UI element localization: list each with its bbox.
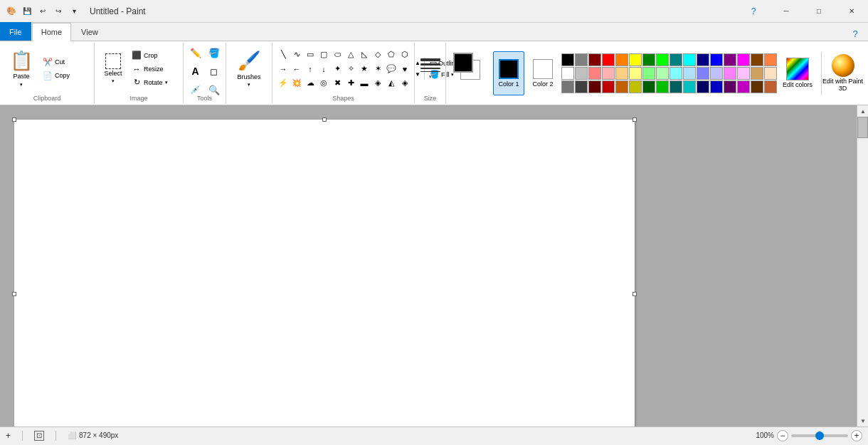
brushes-button[interactable]: 🖌️ Brushes ▾ <box>231 47 268 91</box>
select-button[interactable]: Select ▾ <box>99 47 127 91</box>
color-cell[interactable] <box>710 53 723 66</box>
scroll-up-button[interactable]: ▲ <box>857 105 868 117</box>
save-button[interactable]: 💾 <box>20 4 34 19</box>
color-cell[interactable] <box>669 80 682 93</box>
redo-button[interactable]: ↪ <box>51 4 65 19</box>
shape-hexagon[interactable]: ⬡ <box>398 48 411 61</box>
color-cell[interactable] <box>751 80 763 93</box>
new-canvas-status[interactable]: + <box>6 431 11 441</box>
color-cell[interactable] <box>561 53 574 66</box>
zoom-slider[interactable] <box>791 434 848 437</box>
zoom-out-button[interactable]: − <box>777 430 788 441</box>
color-cell[interactable] <box>724 80 736 93</box>
canvas-inner[interactable] <box>0 105 857 426</box>
color-cell[interactable] <box>588 80 601 93</box>
edit-paint3d-button[interactable]: Edit with Paint 3D <box>821 51 864 95</box>
color-cell[interactable] <box>724 53 736 66</box>
text-button[interactable]: A <box>187 63 204 80</box>
shape-rect[interactable]: ▭ <box>304 48 317 61</box>
shape-pentagon[interactable]: ⬠ <box>385 48 398 61</box>
shape-rtriangle[interactable]: ◺ <box>358 48 371 61</box>
color-cell[interactable] <box>764 53 777 66</box>
color-cell[interactable] <box>669 53 682 66</box>
shape-arrow-4[interactable]: ✦ <box>331 63 344 75</box>
shape-cross[interactable]: ✚ <box>344 77 357 90</box>
color-cell[interactable] <box>588 53 601 66</box>
undo-button[interactable]: ↩ <box>36 4 50 19</box>
color-cell[interactable] <box>737 67 750 80</box>
copy-button[interactable]: 📄 Copy <box>40 69 90 82</box>
color-cell[interactable] <box>751 53 763 66</box>
color-cell[interactable] <box>588 67 601 80</box>
shape-line[interactable]: ╲ <box>277 48 290 61</box>
color-cell[interactable] <box>602 67 615 80</box>
color-cell[interactable] <box>737 80 750 93</box>
color-cell[interactable] <box>575 80 588 93</box>
color-cell[interactable] <box>697 53 709 66</box>
ribbon-help-button[interactable]: ? <box>848 26 862 41</box>
shape-ellipse[interactable]: ⬭ <box>331 48 344 61</box>
color-cell[interactable] <box>683 80 696 93</box>
minimize-button[interactable]: ─ <box>770 0 803 23</box>
canvas-handle-tl[interactable] <box>12 117 16 122</box>
color-cell[interactable] <box>615 67 628 80</box>
tab-home[interactable]: Home <box>32 23 71 41</box>
shape-diamond[interactable]: ◇ <box>371 48 384 61</box>
color1-selector[interactable]: Color 1 <box>493 51 524 95</box>
color-cell[interactable] <box>656 53 669 66</box>
maximize-button[interactable]: □ <box>803 0 835 23</box>
shape-misc1[interactable]: ◈ <box>371 77 384 90</box>
color1-swatch[interactable] <box>453 53 473 73</box>
color-cell[interactable] <box>629 80 642 93</box>
canvas-handle-top[interactable] <box>322 117 327 122</box>
fill-button[interactable]: 🪣 <box>206 44 223 61</box>
color-cell[interactable] <box>683 67 696 80</box>
shape-x[interactable]: ✖ <box>331 77 344 90</box>
color-cell[interactable] <box>764 67 777 80</box>
scroll-down-button[interactable]: ▼ <box>857 415 868 426</box>
shape-arrow-r[interactable]: → <box>277 63 290 75</box>
cut-button[interactable]: ✂️ Cut <box>40 56 90 68</box>
shape-misc2[interactable]: ◭ <box>385 77 398 90</box>
tab-view[interactable]: View <box>72 22 107 41</box>
color-cell[interactable] <box>656 80 669 93</box>
color-cell[interactable] <box>710 67 723 80</box>
edit-colors-button[interactable]: Edit colors <box>780 51 815 95</box>
zoom-in-button[interactable]: + <box>851 430 862 441</box>
shape-misc3[interactable]: ◈ <box>398 77 411 90</box>
color-cell[interactable] <box>669 67 682 80</box>
shape-star5[interactable]: ★ <box>358 63 371 75</box>
color-cell[interactable] <box>615 80 628 93</box>
color2-selector[interactable]: Color 2 <box>527 51 559 95</box>
paste-button[interactable]: 📋 Paste ▾ <box>4 47 38 91</box>
canvas-handle-tr[interactable] <box>633 117 637 122</box>
color-cell[interactable] <box>724 67 736 80</box>
color-cell[interactable] <box>710 80 723 93</box>
canvas-handle-left[interactable] <box>12 292 16 296</box>
rotate-button[interactable]: ↻ Rotate ▾ <box>129 76 179 89</box>
color-cell[interactable] <box>656 67 669 80</box>
shape-heart[interactable]: ♥ <box>398 63 411 75</box>
color-cell[interactable] <box>575 67 588 80</box>
shape-donut[interactable]: ◎ <box>317 77 330 90</box>
color-cell[interactable] <box>642 53 655 66</box>
shape-star6[interactable]: ✶ <box>371 63 384 75</box>
scroll-thumb-vertical[interactable] <box>857 117 868 138</box>
tab-file[interactable]: File <box>0 22 31 41</box>
shape-arrow-d[interactable]: ↓ <box>317 63 330 75</box>
color-cell[interactable] <box>629 53 642 66</box>
pencil-button[interactable]: ✏️ <box>187 44 204 61</box>
shape-frame[interactable]: ▬ <box>358 77 371 90</box>
help-button[interactable]: ? <box>737 0 770 23</box>
crop-button[interactable]: ⬛ Crop <box>129 49 179 62</box>
color-cell[interactable] <box>602 53 615 66</box>
shape-callout[interactable]: 💬 <box>385 63 398 75</box>
color-cell[interactable] <box>561 80 574 93</box>
color-cell[interactable] <box>575 53 588 66</box>
color-cell[interactable] <box>629 67 642 80</box>
eraser-button[interactable]: ◻ <box>206 63 223 80</box>
shape-curve[interactable]: ∿ <box>290 48 303 61</box>
zoom-slider-thumb[interactable] <box>815 431 824 440</box>
shape-cloud[interactable]: ☁ <box>304 77 317 90</box>
color-cell[interactable] <box>642 80 655 93</box>
